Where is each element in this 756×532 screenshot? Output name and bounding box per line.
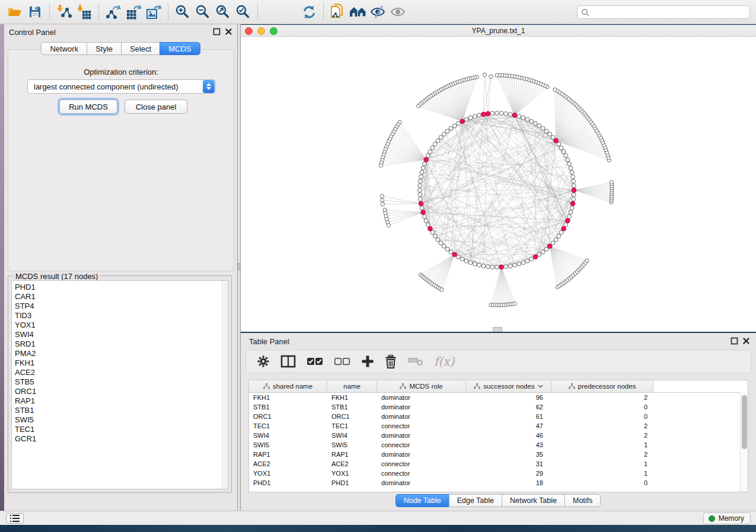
- graph-node[interactable]: [571, 175, 575, 179]
- graph-edge[interactable]: [385, 210, 423, 212]
- graph-node[interactable]: [490, 265, 495, 269]
- graph-edge[interactable]: [390, 139, 426, 160]
- graph-node[interactable]: [572, 193, 576, 197]
- mcds-result-item[interactable]: SWI4: [12, 330, 228, 339]
- run-mcds-button[interactable]: Run MCDS: [59, 100, 117, 114]
- table-row[interactable]: SWI5SWI5connector431: [249, 440, 740, 450]
- table-settings-gear-icon[interactable]: [257, 355, 270, 368]
- graph-node[interactable]: [553, 88, 557, 91]
- export-table-button[interactable]: [123, 2, 143, 21]
- table-row[interactable]: SWI4SWI4dominator462: [249, 431, 740, 440]
- graph-node[interactable]: [468, 116, 473, 120]
- graph-node[interactable]: [554, 238, 558, 242]
- graph-edge[interactable]: [393, 134, 426, 159]
- table-row[interactable]: PHD1PHD1dominator180: [249, 478, 740, 488]
- graph-node-mcds[interactable]: [554, 139, 559, 143]
- graph-node-mcds[interactable]: [566, 219, 570, 223]
- refresh-layout-button[interactable]: [299, 2, 319, 21]
- graph-node[interactable]: [381, 198, 384, 202]
- graph-node-mcds[interactable]: [419, 201, 423, 206]
- graph-node[interactable]: [504, 265, 508, 269]
- tab-network-table[interactable]: Network Table: [502, 494, 565, 507]
- export-image-button[interactable]: [143, 2, 164, 21]
- graph-edge[interactable]: [475, 116, 515, 264]
- table-row[interactable]: STB1STB1dominator620: [249, 402, 740, 412]
- table-row[interactable]: RAP1RAP1dominator352: [249, 450, 740, 459]
- graph-node[interactable]: [572, 197, 576, 201]
- graph-edge[interactable]: [382, 196, 421, 203]
- graph-node[interactable]: [548, 132, 552, 136]
- graph-node[interactable]: [544, 129, 548, 133]
- go-home-button[interactable]: [348, 2, 368, 21]
- graph-node[interactable]: [495, 73, 499, 77]
- graph-node-mcds[interactable]: [481, 112, 486, 117]
- clear-table-icon[interactable]: [407, 355, 423, 367]
- mcds-result-item[interactable]: ACE2: [12, 368, 228, 377]
- graph-node[interactable]: [495, 111, 499, 116]
- column-header-shared-name[interactable]: shared name: [249, 380, 327, 393]
- graph-node[interactable]: [513, 302, 516, 306]
- zoom-selected-button[interactable]: [233, 2, 253, 21]
- mcds-result-list[interactable]: PHD1CAR1STP4TID3YOX1SWI4SRD1PMA2FKH1ACE2…: [11, 280, 228, 489]
- table-scrollbar[interactable]: [740, 393, 748, 492]
- mcds-result-item[interactable]: STB5: [12, 377, 228, 387]
- graph-node[interactable]: [521, 116, 525, 120]
- graph-node[interactable]: [381, 203, 384, 206]
- criterion-dropdown[interactable]: largest connected component (undirected): [27, 79, 216, 94]
- open-file-button[interactable]: [5, 2, 25, 21]
- graph-node-mcds[interactable]: [428, 226, 433, 231]
- graph-edge[interactable]: [556, 111, 582, 141]
- table-scrollbar-thumb[interactable]: [742, 395, 747, 449]
- graph-node[interactable]: [537, 124, 541, 128]
- graph-node[interactable]: [417, 104, 420, 108]
- graph-edge[interactable]: [428, 255, 455, 280]
- graph-node[interactable]: [436, 139, 440, 143]
- task-history-button[interactable]: [6, 513, 24, 524]
- graph-node[interactable]: [422, 214, 426, 219]
- mcds-result-item[interactable]: RAP1: [12, 396, 228, 406]
- graph-node[interactable]: [418, 188, 422, 193]
- float-window-icon[interactable]: [213, 28, 221, 36]
- graph-node[interactable]: [569, 210, 573, 214]
- network-canvas[interactable]: [241, 37, 756, 332]
- graph-edge[interactable]: [555, 89, 556, 140]
- graph-node[interactable]: [610, 180, 613, 184]
- graph-node[interactable]: [449, 126, 453, 130]
- graph-node[interactable]: [439, 241, 443, 245]
- graph-node-mcds[interactable]: [421, 210, 426, 214]
- graph-edge[interactable]: [515, 85, 543, 115]
- graph-node-mcds[interactable]: [512, 113, 517, 118]
- graph-node[interactable]: [529, 119, 534, 123]
- graph-node[interactable]: [508, 264, 512, 268]
- graph-node[interactable]: [473, 114, 477, 118]
- graph-node[interactable]: [428, 150, 432, 154]
- table-row[interactable]: TEC1TEC1connector472: [249, 421, 740, 431]
- graph-edge[interactable]: [395, 129, 426, 159]
- graph-node[interactable]: [557, 234, 561, 238]
- graph-node[interactable]: [585, 259, 589, 262]
- graph-node[interactable]: [379, 164, 382, 167]
- graph-edge[interactable]: [436, 255, 455, 287]
- tab-mcds[interactable]: MCDS: [160, 42, 200, 55]
- mcds-result-item[interactable]: PHD1: [12, 283, 228, 292]
- graph-node[interactable]: [481, 264, 486, 268]
- graph-node[interactable]: [442, 132, 446, 136]
- graph-edge[interactable]: [550, 246, 584, 265]
- graph-edge[interactable]: [420, 118, 470, 186]
- graph-node[interactable]: [570, 206, 574, 210]
- graph-node[interactable]: [419, 175, 423, 179]
- mcds-result-item[interactable]: SRD1: [12, 339, 228, 349]
- graph-edge[interactable]: [499, 75, 515, 116]
- graph-node[interactable]: [567, 162, 572, 166]
- graph-node[interactable]: [499, 111, 503, 116]
- close-panel-icon[interactable]: [225, 28, 232, 36]
- graph-node[interactable]: [567, 214, 572, 219]
- graph-edge[interactable]: [467, 120, 553, 243]
- graph-node[interactable]: [477, 113, 481, 117]
- graph-node[interactable]: [442, 244, 446, 248]
- mcds-list-scrollbar[interactable]: [222, 281, 228, 489]
- mcds-result-item[interactable]: TID3: [12, 311, 228, 321]
- graph-node[interactable]: [564, 153, 568, 158]
- graph-edge[interactable]: [381, 160, 426, 166]
- show-columns-icon[interactable]: [280, 355, 296, 368]
